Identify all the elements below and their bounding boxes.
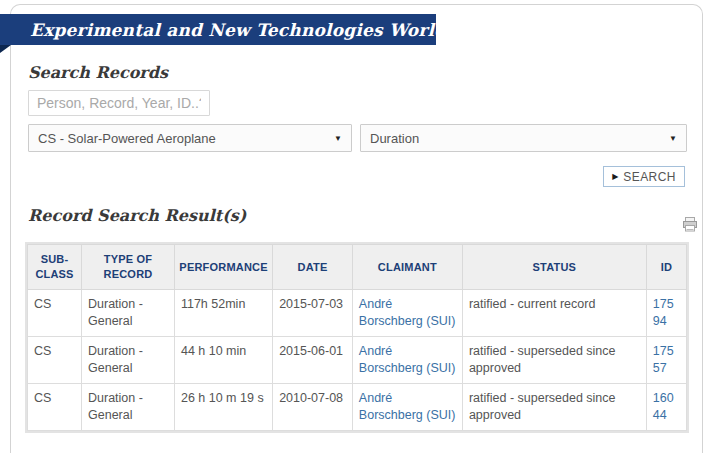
- record-type-select-value: Duration: [370, 131, 419, 146]
- cell-status: ratified - superseded since approved: [462, 337, 646, 384]
- cell-claimant: André Borschberg (SUI): [352, 290, 462, 337]
- cell-performance: 26 h 10 m 19 s: [174, 384, 272, 431]
- cell-claimant: André Borschberg (SUI): [352, 337, 462, 384]
- table-row: CS Duration - General 26 h 10 m 19 s 201…: [28, 384, 687, 431]
- cell-type: Duration - General: [82, 290, 175, 337]
- cell-date: 2015-06-01: [273, 337, 353, 384]
- chevron-down-icon: ▼: [669, 134, 677, 143]
- cell-date: 2015-07-03: [273, 290, 353, 337]
- records-search-page: Experimental and New Technologies World …: [0, 0, 727, 453]
- record-id-link[interactable]: 16044: [653, 391, 674, 422]
- cell-status: ratified - current record: [462, 290, 646, 337]
- cell-claimant: André Borschberg (SUI): [352, 384, 462, 431]
- col-header-status: STATUS: [462, 245, 646, 290]
- results-heading: Record Search Result(s): [28, 206, 246, 225]
- chevron-down-icon: ▼: [334, 134, 342, 143]
- class-select[interactable]: CS - Solar-Powered Aeroplane ▼: [28, 124, 352, 152]
- banner-fold-decoration: [0, 45, 11, 53]
- claimant-link[interactable]: André Borschberg (SUI): [359, 391, 456, 422]
- claimant-link[interactable]: André Borschberg (SUI): [359, 297, 456, 328]
- cell-subclass: CS: [28, 290, 82, 337]
- page-title-banner: Experimental and New Technologies World …: [0, 14, 436, 45]
- cell-subclass: CS: [28, 337, 82, 384]
- cell-performance: 44 h 10 min: [174, 337, 272, 384]
- table-header-row: SUB-CLASS TYPE OF RECORD PERFORMANCE DAT…: [28, 245, 687, 290]
- col-header-performance: PERFORMANCE: [174, 245, 272, 290]
- arrow-right-icon: ▶: [612, 173, 618, 181]
- cell-type: Duration - General: [82, 337, 175, 384]
- search-button-label: SEARCH: [623, 170, 675, 184]
- record-type-select[interactable]: Duration ▼: [360, 124, 687, 152]
- col-header-type: TYPE OF RECORD: [82, 245, 175, 290]
- record-id-link[interactable]: 17557: [653, 344, 674, 375]
- cell-subclass: CS: [28, 384, 82, 431]
- col-header-date: DATE: [273, 245, 353, 290]
- col-header-subclass: SUB-CLASS: [28, 245, 82, 290]
- table-row: CS Duration - General 44 h 10 min 2015-0…: [28, 337, 687, 384]
- record-id-link[interactable]: 17594: [653, 297, 674, 328]
- cell-type: Duration - General: [82, 384, 175, 431]
- page-title: Experimental and New Technologies World …: [0, 20, 531, 40]
- cell-id: 16044: [646, 384, 686, 431]
- cell-performance: 117h 52min: [174, 290, 272, 337]
- cell-date: 2010-07-08: [273, 384, 353, 431]
- cell-status: ratified - superseded since approved: [462, 384, 646, 431]
- col-header-id: ID: [646, 245, 686, 290]
- search-input[interactable]: [28, 90, 210, 116]
- col-header-claimant: CLAIMANT: [352, 245, 462, 290]
- claimant-link[interactable]: André Borschberg (SUI): [359, 344, 456, 375]
- class-select-value: CS - Solar-Powered Aeroplane: [38, 131, 216, 146]
- table-row: CS Duration - General 117h 52min 2015-07…: [28, 290, 687, 337]
- results-table: SUB-CLASS TYPE OF RECORD PERFORMANCE DAT…: [25, 242, 689, 433]
- cell-id: 17594: [646, 290, 686, 337]
- print-icon[interactable]: [681, 216, 699, 233]
- cell-id: 17557: [646, 337, 686, 384]
- search-records-heading: Search Records: [28, 63, 168, 82]
- search-button[interactable]: ▶ SEARCH: [603, 166, 685, 187]
